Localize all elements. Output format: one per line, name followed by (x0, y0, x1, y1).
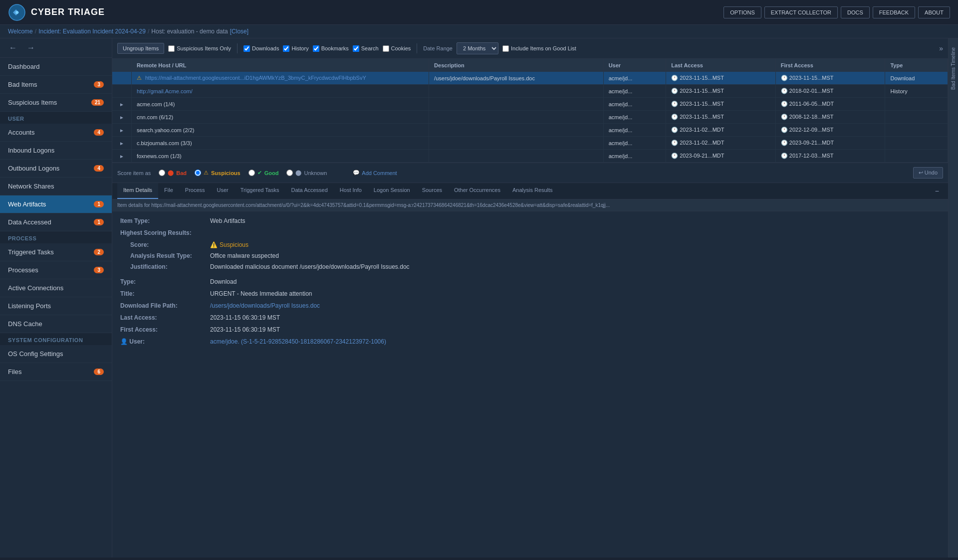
sidebar-item-inbound-logons[interactable]: Inbound Logons (0, 142, 112, 160)
table-row[interactable]: ► cnn.com (6/12) acme/jd... 🕐 2023-11-15… (112, 111, 948, 124)
tab-file[interactable]: File (158, 183, 179, 199)
sidebar-item-triggered-tasks[interactable]: Triggered Tasks 2 (0, 243, 112, 261)
th-first-access[interactable]: First Access (775, 59, 885, 72)
nav-back-button[interactable]: ← (6, 42, 20, 53)
row-expand-cell[interactable]: ► (112, 150, 131, 163)
sidebar-item-outbound-logons[interactable]: Outbound Logons 4 (0, 160, 112, 178)
row-expand-cell[interactable]: ► (112, 98, 131, 111)
row-expand-cell[interactable]: ► (112, 124, 131, 137)
th-url[interactable]: Remote Host / URL (131, 59, 429, 72)
docs-button[interactable]: DOCS (841, 6, 870, 18)
suspicious-only-checkbox[interactable] (168, 45, 175, 52)
bookmarks-checkbox[interactable] (313, 45, 319, 52)
options-button[interactable]: OPTIONS (723, 6, 761, 18)
row-expand-cell[interactable]: ► (112, 137, 131, 150)
score-good-radio[interactable] (248, 170, 255, 176)
sidebar-item-active-connections[interactable]: Active Connections (0, 279, 112, 297)
cookies-check[interactable]: Cookies (383, 45, 411, 52)
breadcrumb-close[interactable]: [Close] (230, 28, 248, 35)
history-checkbox[interactable] (283, 45, 289, 52)
row-url-link[interactable]: https://mail-attachment.googleusercont..… (145, 75, 366, 81)
row-expand-cell[interactable]: ► (112, 111, 131, 124)
tab-process[interactable]: Process (179, 183, 211, 199)
expand-row-button[interactable]: ► (117, 141, 126, 146)
row-url-cell: http://gmail.Acme.com/ (131, 85, 429, 98)
table-row[interactable]: http://gmail.Acme.com/ acme/jd... 🕐 2023… (112, 85, 948, 98)
include-good-list-check[interactable]: Include Items on Good List (502, 45, 576, 52)
table-row[interactable]: ► foxnews.com (1/3) acme/jd... 🕐 2023-09… (112, 150, 948, 163)
search-check[interactable]: Search (353, 45, 379, 52)
th-type[interactable]: Type (885, 59, 948, 72)
detail-panel-close-button[interactable]: − (931, 183, 943, 199)
ungroup-items-button[interactable]: Ungroup Items (117, 43, 164, 54)
good-dot-icon: ✔ (257, 170, 262, 176)
bookmarks-check[interactable]: Bookmarks (313, 45, 349, 52)
sidebar-item-web-artifacts[interactable]: Web Artifacts 1 (0, 195, 112, 213)
table-row[interactable]: ► c.bizjournals.com (3/3) acme/jd... 🕐 2… (112, 137, 948, 150)
sidebar-item-os-config[interactable]: OS Config Settings (0, 345, 112, 363)
tab-host-info[interactable]: Host Info (334, 183, 368, 199)
include-good-list-checkbox[interactable] (502, 45, 509, 52)
user-value[interactable]: acme/jdoe. (S-1-5-21-928528450-181828606… (210, 338, 940, 345)
comment-icon: 💬 (353, 170, 360, 176)
expand-row-button[interactable]: ► (117, 128, 126, 133)
score-unknown-option[interactable]: ⬤ Unknown (286, 170, 327, 176)
row-url-link[interactable]: http://gmail.Acme.com/ (137, 88, 193, 94)
sidebar-item-processes[interactable]: Processes 3 (0, 261, 112, 279)
row-url-cell: acme.com (1/4) (131, 98, 429, 111)
th-last-access[interactable]: Last Access (666, 59, 776, 72)
tab-analysis-results[interactable]: Analysis Results (506, 183, 559, 199)
undo-button[interactable]: ↩ Undo (913, 167, 943, 179)
tab-item-details[interactable]: Item Details (117, 183, 158, 199)
table-row[interactable]: ► acme.com (1/4) acme/jd... 🕐 2023-11-15… (112, 98, 948, 111)
download-path-value[interactable]: /users/jdoe/downloads/Payroll Issues.doc (210, 302, 940, 309)
tab-user[interactable]: User (211, 183, 235, 199)
suspicious-only-check[interactable]: Suspicious Items Only (168, 45, 231, 52)
cookies-checkbox[interactable] (383, 45, 389, 52)
sidebar-item-data-accessed[interactable]: Data Accessed 1 (0, 213, 112, 231)
expand-toolbar-button[interactable]: » (939, 44, 943, 52)
sidebar-item-dns-cache[interactable]: DNS Cache (0, 315, 112, 333)
bad-items-timeline-tab[interactable]: Bad Items Timeline (950, 43, 957, 94)
breadcrumb-welcome[interactable]: Welcome (8, 28, 33, 35)
score-suspicious-radio[interactable] (195, 170, 201, 176)
th-user[interactable]: User (603, 59, 666, 72)
about-button[interactable]: ABOUT (918, 6, 950, 18)
table-row[interactable]: ► search.yahoo.com (2/2) acme/jd... 🕐 20… (112, 124, 948, 137)
add-comment-button[interactable]: 💬 Add Comment (353, 170, 397, 176)
sidebar-item-accounts[interactable]: Accounts 4 (0, 124, 112, 142)
tab-data-accessed[interactable]: Data Accessed (285, 183, 333, 199)
expand-row-button[interactable]: ► (117, 154, 126, 159)
sidebar-item-bad-items[interactable]: Bad Items 3 (0, 76, 112, 94)
score-bad-option[interactable]: ⬤ Bad (159, 170, 187, 176)
tab-triggered-tasks[interactable]: Triggered Tasks (235, 183, 285, 199)
nav-forward-button[interactable]: → (24, 42, 38, 53)
sidebar-item-network-shares[interactable]: Network Shares (0, 178, 112, 195)
triggered-tasks-label: Triggered Tasks (8, 248, 54, 256)
breadcrumb-incident[interactable]: Incident: Evaluation Incident 2024-04-29 (38, 28, 146, 35)
tab-other-occurrences[interactable]: Other Occurrences (448, 183, 506, 199)
sidebar-item-listening-ports[interactable]: Listening Ports (0, 297, 112, 315)
score-bad-radio[interactable] (159, 170, 165, 176)
downloads-check[interactable]: Downloads (243, 45, 279, 52)
search-checkbox[interactable] (353, 45, 359, 52)
tab-logon-session[interactable]: Logon Session (368, 183, 416, 199)
expand-row-button[interactable]: ► (117, 115, 126, 120)
sidebar-item-files[interactable]: Files 6 (0, 363, 112, 381)
expand-row-button[interactable]: ► (117, 102, 126, 107)
sidebar-item-suspicious-items[interactable]: Suspicious Items 21 (0, 94, 112, 112)
tab-sources[interactable]: Sources (416, 183, 448, 199)
score-good-option[interactable]: ✔ Good (248, 170, 279, 176)
score-unknown-radio[interactable] (286, 170, 293, 176)
history-check[interactable]: History (283, 45, 308, 52)
extract-collector-button[interactable]: EXTRACT COLLECTOR (764, 6, 838, 18)
feedback-button[interactable]: FEEDBACK (873, 6, 915, 18)
table-row[interactable]: ⚠ https://mail-attachment.googleusercont… (112, 72, 948, 85)
date-range-select[interactable]: 1 Month 2 Months 3 Months 6 Months 1 Yea… (457, 42, 498, 54)
sidebar-item-dashboard[interactable]: Dashboard (0, 58, 112, 76)
row-url-cell: search.yahoo.com (2/2) (131, 124, 429, 137)
downloads-checkbox[interactable] (243, 45, 250, 52)
th-description[interactable]: Description (429, 59, 604, 72)
score-suspicious-option[interactable]: ⚠ Suspicious (195, 170, 240, 176)
sidebar-section-process: Process (0, 231, 112, 243)
